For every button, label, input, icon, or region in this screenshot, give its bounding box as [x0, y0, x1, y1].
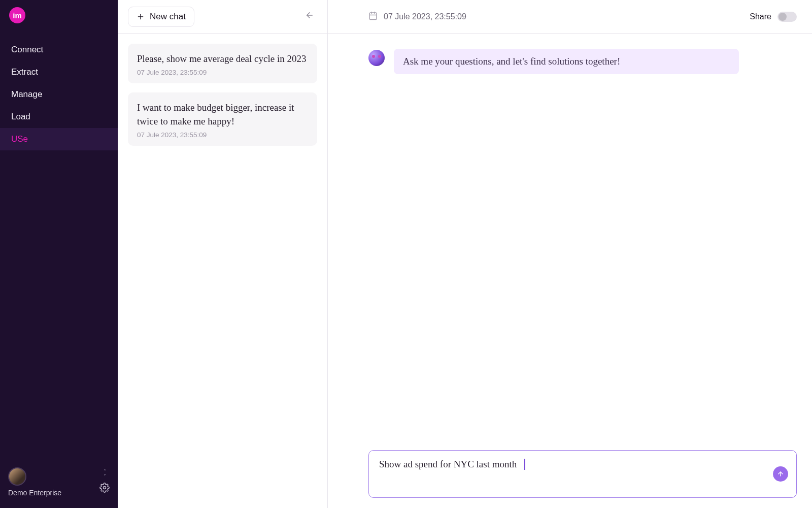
toggle-thumb [779, 13, 787, 21]
logo-wrap: im [0, 0, 118, 23]
chat-history-item[interactable]: Please, show me average deal cycle in 20… [128, 44, 317, 83]
share-label: Share [750, 12, 771, 21]
message-input-text: Show ad spend for NYC last month [379, 459, 517, 469]
chat-history-header: New chat [118, 0, 327, 34]
sidebar-footer-controls: ˄ ˅ [99, 469, 110, 495]
svg-point-0 [104, 487, 106, 489]
chat-history-timestamp: 07 Jule 2023, 23:55:09 [137, 131, 308, 139]
plus-icon [137, 13, 145, 21]
new-chat-button[interactable]: New chat [128, 7, 194, 27]
bot-avatar-icon [368, 50, 385, 66]
chat-history-panel: New chat Please, show me average deal cy… [118, 0, 328, 508]
nav-item-load[interactable]: Load [0, 106, 118, 128]
sidebar: im Connect Extract Manage Load USe Demo … [0, 0, 118, 508]
share-block: Share [750, 12, 797, 22]
share-toggle[interactable] [777, 12, 797, 22]
chat-history-item[interactable]: I want to make budget bigger, increase i… [128, 92, 317, 146]
bot-message-bubble: Ask me your questions, and let's find so… [394, 49, 739, 74]
org-switcher[interactable]: ˄ ˅ [104, 469, 106, 479]
message-input[interactable]: Show ad spend for NYC last month [368, 450, 797, 498]
chat-history-title: Please, show me average deal cycle in 20… [137, 52, 308, 66]
user-avatar [8, 467, 26, 486]
chat-date: 07 Jule 2023, 23:55:09 [368, 11, 466, 22]
chat-history-timestamp: 07 Jule 2023, 23:55:09 [137, 69, 308, 76]
bot-message-row: Ask me your questions, and let's find so… [368, 49, 771, 74]
nav-item-label: Connect [11, 45, 43, 54]
chat-header: 07 Jule 2023, 23:55:09 Share [328, 0, 812, 34]
svg-rect-4 [369, 13, 377, 20]
chevron-down-icon: ˅ [104, 474, 106, 479]
settings-button[interactable] [99, 483, 110, 495]
nav-item-connect[interactable]: Connect [0, 39, 118, 61]
nav-item-label: Manage [11, 89, 42, 99]
nav-item-label: Load [11, 112, 30, 121]
sidebar-footer: Demo Enterprise ˄ ˅ [0, 460, 118, 508]
gear-icon [99, 483, 110, 493]
nav-item-use[interactable]: USe [0, 128, 118, 150]
chat-date-label: 07 Jule 2023, 23:55:09 [384, 12, 466, 21]
nav-item-label: Extract [11, 67, 38, 77]
chevron-up-icon: ˄ [104, 469, 106, 473]
new-chat-label: New chat [150, 12, 186, 22]
calendar-icon [368, 11, 378, 22]
brand-logo[interactable]: im [9, 7, 25, 23]
chat-history-title: I want to make budget bigger, increase i… [137, 101, 308, 128]
nav-item-manage[interactable]: Manage [0, 83, 118, 106]
bot-message-text: Ask me your questions, and let's find so… [403, 56, 620, 67]
send-button[interactable] [773, 466, 788, 482]
primary-nav: Connect Extract Manage Load USe [0, 39, 118, 150]
text-caret [524, 459, 525, 470]
org-name: Demo Enterprise [8, 489, 61, 497]
nav-item-label: USe [11, 134, 28, 144]
brand-logo-text: im [13, 11, 22, 20]
user-block[interactable]: Demo Enterprise [8, 467, 61, 497]
arrow-left-icon [305, 11, 314, 20]
collapse-panel-button[interactable] [302, 8, 317, 25]
composer-area: Show ad spend for NYC last month [328, 450, 812, 508]
conversation: Ask me your questions, and let's find so… [328, 34, 812, 450]
arrow-up-icon [777, 470, 784, 478]
nav-item-extract[interactable]: Extract [0, 61, 118, 83]
chat-history-list: Please, show me average deal cycle in 20… [118, 34, 327, 156]
chat-main-pane: 07 Jule 2023, 23:55:09 Share Ask me your… [328, 0, 812, 508]
